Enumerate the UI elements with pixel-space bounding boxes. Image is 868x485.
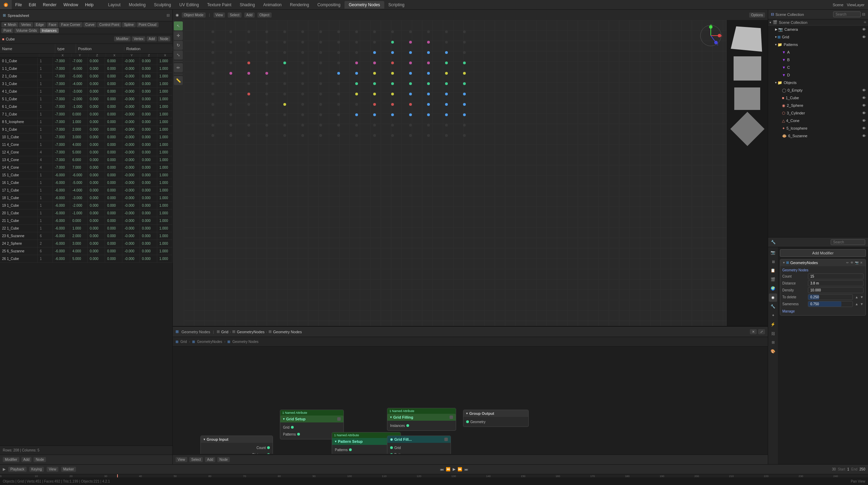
gs-grid-socket[interactable] [291,426,294,429]
gf-instances-socket[interactable] [406,424,409,427]
table-row[interactable]: 9 1_Cube 1 -7.000 2.000 0.000 0.000 -0.0… [0,126,172,133]
to-delete-value[interactable]: 0.250 [808,294,853,300]
attr-point-cloud[interactable]: Point Cloud [136,22,159,27]
viewport-content[interactable]: ↖ ✛ ↻ ⤡ ✏ 📏 Top Orthographic 330 Objects… [173,20,768,326]
table-row[interactable]: 23 6_Suzanne 6 -6.000 2.000 0.000 0.000 … [0,232,172,240]
sameness-inc[interactable]: ▲ [855,302,858,306]
attr-control-point[interactable]: Control Point [97,22,121,27]
attr-face[interactable]: Face [47,22,58,27]
node-btn[interactable]: Node [34,457,46,462]
table-row[interactable]: 6 1_Cube 1 -7.000 -1.000 0.000 0.000 -0.… [0,103,172,111]
outliner-camera[interactable]: ▶ 📷 Camera 👁 [768,26,868,33]
table-row[interactable]: 3 1_Cube 1 -7.000 -4.000 0.000 0.000 -0.… [0,80,172,88]
cone-eye[interactable]: 👁 [862,119,866,123]
node-node-btn[interactable]: Node [217,457,230,462]
outliner-pattern-d[interactable]: ▼ D [768,71,868,79]
jump-start-btn[interactable]: ⏮ [440,467,444,472]
tab-uv-editing[interactable]: UV Editing [175,1,203,9]
grid-filling-collapse[interactable]: ▾ [390,416,392,419]
prop-particles-btn[interactable]: ✦ [769,311,777,320]
prop-physics-btn[interactable]: ⚡ [769,320,777,329]
prop-material-btn[interactable]: 🎨 [769,347,777,356]
empty-eye[interactable]: 👁 [862,88,866,92]
modifier-filter[interactable]: Modifier [114,36,131,41]
outliner-6-suzanne[interactable]: 🐵 6_Suzanne 👁 [768,132,868,140]
distance-value[interactable]: 3.8 m [808,280,864,286]
mod-delete[interactable]: ✕ [860,261,863,264]
table-row[interactable]: 20 1_Cube 1 -6.000 -1.000 0.000 0.000 -0… [0,209,172,217]
window-menu[interactable]: Window [60,0,82,9]
attr-point[interactable]: Point [1,28,13,33]
jump-end-btn[interactable]: ⏭ [464,467,468,472]
play-btn[interactable]: ▶ [453,467,455,472]
prop-modifier-btn[interactable]: 🔧 [769,302,777,311]
outliner-pattern-c[interactable]: ▼ C [768,64,868,71]
scale-tool-btn[interactable]: ⤡ [174,50,183,59]
tab-compositing[interactable]: Compositing [313,1,345,9]
prop-scene-btn[interactable]: 🎬 [769,276,777,284]
node-grid-fill-teal[interactable]: ◉ Grid Fill... Grid Patterns [387,436,451,454]
table-row[interactable]: 17 1_Cube 1 -6.000 -4.000 0.000 0.000 -0… [0,187,172,194]
attr-vertex[interactable]: Vertex [19,22,33,27]
grid-eye[interactable]: 👁 [862,35,866,39]
col-header-type[interactable]: type [55,44,76,53]
tab-texture-paint[interactable]: Texture Paint [203,1,236,9]
table-row[interactable]: 22 1_Cube 1 -6.000 1.000 0.000 0.000 -0.… [0,225,172,232]
outliner-search[interactable] [833,11,861,17]
mod-render-eye[interactable]: 📷 [855,261,859,264]
help-menu[interactable]: Help [82,0,97,9]
mod-edit-icon[interactable]: ✏ [846,261,849,264]
to-delete-dec[interactable]: ▼ [860,295,864,299]
gs-patterns-socket[interactable] [297,433,300,436]
edit-menu[interactable]: Edit [25,0,39,9]
table-row[interactable]: 0 1_Cube 1 -7.000 -7.000 0.000 0.000 -0.… [0,57,172,65]
table-row[interactable]: 5 1_Cube 1 -7.000 -2.000 0.000 0.000 -0.… [0,95,172,103]
attr-mesh[interactable]: ▼ Mesh [1,22,18,27]
start-val[interactable]: 1 [847,467,849,471]
gft-patterns-socket[interactable] [390,453,393,454]
manage-btn[interactable]: Manage [782,309,795,313]
tab-layout[interactable]: Layout [104,1,125,9]
col-header-position[interactable]: Position [76,47,124,51]
group-input-1-collapse[interactable]: ▾ [204,438,205,441]
outliner-patterns[interactable]: ▾ 📁 Patterns [768,41,868,48]
measure-tool-btn[interactable]: 📏 [174,76,183,85]
tab-sculpting[interactable]: Sculpting [150,1,175,9]
sameness-dec[interactable]: ▼ [860,302,864,306]
nav-gizmo[interactable]: X Y Z [699,24,723,48]
file-menu[interactable]: File [12,0,25,9]
gi1-count-socket[interactable] [267,446,270,449]
table-row[interactable]: 11 4_Cone 1 -7.000 4.000 0.000 0.000 -0.… [0,141,172,149]
grid-setup-collapse[interactable]: ▾ [283,417,285,421]
prop-view-layer-btn[interactable]: 📋 [769,267,777,275]
filter-icon-2[interactable]: ⊟ [862,12,865,17]
add-btn-viewport[interactable]: Add [244,12,255,18]
table-row[interactable]: 19 1_Cube 1 -6.000 -2.000 0.000 0.000 -0… [0,202,172,209]
prev-frame-btn[interactable]: ⏪ [446,467,451,472]
blender-menu[interactable]: B [0,0,12,9]
node-group-output[interactable]: ▾ Group Output Geometry [463,410,529,427]
outliner-pattern-b[interactable]: ▼ B [768,56,868,64]
outliner-pattern-a[interactable]: ▼ A [768,48,868,56]
table-row[interactable]: 10 1_Cube 1 -7.000 3.000 0.000 0.000 -0.… [0,133,172,141]
gft-grid-socket[interactable] [390,446,393,449]
breadcrumb-grid[interactable]: Grid [221,330,228,334]
density-value[interactable]: 10.000 [808,287,864,293]
node-close-btn[interactable]: ✕ [750,329,757,334]
node-add-btn[interactable]: Add [205,457,215,462]
table-row[interactable]: 2 1_Cube 1 -7.000 -5.000 0.000 0.000 -0.… [0,73,172,80]
outliner-objects[interactable]: ▾ 📁 Objects [768,79,868,86]
outliner-3-cylinder[interactable]: ⬡ 3_Cylinder 👁 [768,109,868,117]
prop-render-btn[interactable]: 📷 [769,249,777,257]
col-header-name[interactable]: Name [0,44,55,53]
cam-eye[interactable]: 👁 [862,27,866,31]
prop-world-btn[interactable]: 🌍 [769,285,777,293]
modifier-btn[interactable]: Modifier [3,457,19,462]
add-modifier-btn[interactable]: Add Modifier [780,249,866,257]
spreadsheet-body[interactable]: 0 1_Cube 1 -7.000 -7.000 0.000 0.000 -0.… [0,57,172,446]
prop-object-btn[interactable]: ◉ [769,293,777,302]
pattern-setup-collapse[interactable]: ▾ [335,440,337,443]
outliner-2-sphere[interactable]: ◉ 2_Sphere 👁 [768,102,868,109]
attr-volume-grids[interactable]: Volume Grids [14,28,39,33]
table-row[interactable]: 1 1_Cube 1 -7.000 -6.000 0.000 0.000 -0.… [0,65,172,73]
